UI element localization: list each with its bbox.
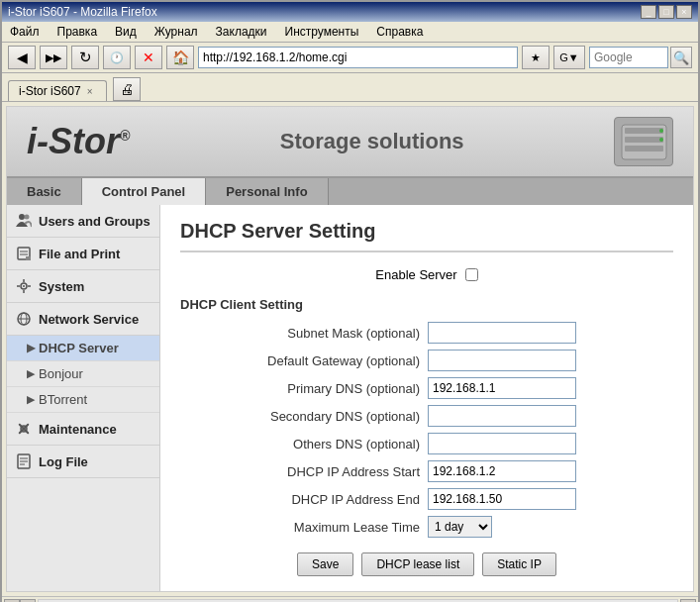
others-dns-label: Others DNS (optional) (180, 437, 428, 452)
secondary-dns-row: Secondary DNS (optional) (180, 405, 673, 427)
browser-window: i-Stor iS607 - Mozilla Firefox _ □ × Фай… (0, 0, 700, 602)
subnet-mask-row: Subnet Mask (optional) (180, 322, 673, 344)
forward-button[interactable]: ▶▶ (40, 46, 67, 69)
network-service-label: Network Service (39, 312, 139, 327)
btorrent-label: BTorrent (39, 392, 87, 407)
bonjour-label: Bonjour (39, 366, 83, 381)
tab-basic[interactable]: Basic (7, 178, 82, 205)
new-tab-button[interactable]: 🖨 (113, 77, 141, 101)
default-gateway-row: Default Gateway (optional) (180, 350, 673, 371)
sidebar-item-btorrent[interactable]: ▶ BTorrent (7, 387, 159, 413)
tab-bar: i-Stor iS607 × 🖨 (2, 73, 698, 102)
minimize-button[interactable]: _ (641, 5, 656, 19)
reload-button[interactable]: ↻ (71, 46, 99, 69)
logo-area: i-Stor® (27, 121, 130, 162)
home-button[interactable]: 🏠 (166, 46, 194, 69)
menu-history[interactable]: Журнал (150, 24, 202, 40)
dhcp-lease-list-button[interactable]: DHCP lease list (361, 552, 474, 576)
rss-button[interactable]: G▼ (553, 46, 585, 69)
svg-point-4 (659, 129, 663, 133)
sidebar-item-log-file[interactable]: Log File (7, 446, 159, 478)
sidebar-item-dhcp-server[interactable]: ▶ DHCP Server (7, 336, 159, 361)
history-button[interactable]: 🕐 (103, 46, 131, 69)
secondary-dns-input[interactable] (428, 405, 576, 427)
logo-main: i-Stor (27, 121, 120, 161)
toolbar: ◀ ▶▶ ↻ 🕐 ✕ 🏠 ★ G▼ 🔍 (2, 43, 698, 73)
menu-tools[interactable]: Инструменты (281, 24, 363, 40)
system-label: System (39, 279, 84, 294)
svg-point-6 (19, 214, 25, 220)
save-button[interactable]: Save (297, 552, 353, 576)
sidebar-item-bonjour[interactable]: ▶ Bonjour (7, 361, 159, 387)
btorrent-arrow-icon: ▶ (27, 393, 35, 406)
maximize-button[interactable]: □ (658, 5, 674, 19)
primary-dns-input[interactable] (428, 377, 576, 399)
nav-tabs: Basic Control Panel Personal Info (7, 178, 693, 205)
subnet-mask-input[interactable] (428, 322, 576, 344)
menu-file[interactable]: Файл (6, 24, 44, 40)
content-area: DHCP Server Setting Enable Server DHCP C… (160, 205, 693, 591)
site-header: i-Stor® Storage solutions (7, 107, 693, 178)
stop-button[interactable]: ✕ (135, 46, 162, 69)
file-print-label: File and Print (39, 247, 120, 261)
users-groups-label: Users and Groups (39, 214, 150, 229)
enable-server-row: Enable Server (180, 267, 673, 282)
tab-label: i-Stor iS607 (19, 84, 81, 98)
log-icon (15, 452, 33, 470)
go-button[interactable]: ★ (522, 46, 550, 69)
browser-title: i-Stor iS607 - Mozilla Firefox (8, 5, 157, 19)
tagline: Storage solutions (280, 129, 464, 154)
dhcp-ip-end-row: DHCP IP Address End (180, 488, 673, 510)
sidebar-item-file-print[interactable]: File and Print (7, 238, 159, 270)
sidebar: Users and Groups File and Print System (7, 205, 160, 591)
users-icon (15, 212, 33, 230)
menu-bookmarks[interactable]: Закладки (212, 24, 271, 40)
dhcp-arrow-icon: ▶ (27, 342, 35, 354)
sidebar-item-system[interactable]: System (7, 270, 159, 303)
search-button[interactable]: 🔍 (670, 47, 692, 68)
menu-help[interactable]: Справка (372, 24, 427, 40)
page-title: DHCP Server Setting (180, 220, 673, 252)
menu-edit[interactable]: Правка (53, 24, 102, 40)
address-input[interactable] (198, 47, 518, 68)
address-bar: ★ G▼ (198, 46, 585, 69)
back-button[interactable]: ◀ (8, 46, 36, 69)
log-file-label: Log File (39, 454, 88, 469)
dhcp-server-label: DHCP Server (39, 341, 119, 355)
lease-time-select[interactable]: 1 day 2 days 3 days 1 week (428, 516, 492, 538)
close-button[interactable]: × (676, 5, 692, 19)
tab-personal-info[interactable]: Personal Info (206, 178, 328, 205)
dhcp-ip-end-input[interactable] (428, 488, 576, 510)
file-icon (15, 245, 33, 262)
enable-server-label: Enable Server (375, 267, 456, 282)
static-ip-button[interactable]: Static IP (482, 552, 556, 576)
primary-dns-row: Primary DNS (optional) (180, 377, 673, 399)
button-row: Save DHCP lease list Static IP (180, 552, 673, 576)
secondary-dns-label: Secondary DNS (optional) (180, 409, 428, 424)
menu-view[interactable]: Вид (111, 24, 141, 40)
sidebar-item-network-service[interactable]: Network Service (7, 303, 159, 336)
network-icon (15, 310, 33, 328)
subnet-mask-label: Subnet Mask (optional) (180, 326, 428, 341)
dhcp-ip-start-input[interactable] (428, 460, 576, 482)
tab-control-panel[interactable]: Control Panel (82, 178, 207, 205)
title-bar: i-Stor iS607 - Mozilla Firefox _ □ × (2, 2, 698, 22)
sidebar-item-maintenance[interactable]: Maintenance (7, 413, 159, 446)
svg-rect-2 (625, 137, 663, 143)
svg-point-7 (25, 215, 30, 220)
svg-point-13 (23, 285, 25, 287)
browser-tab[interactable]: i-Stor iS607 × (8, 80, 107, 101)
default-gateway-label: Default Gateway (optional) (180, 353, 428, 368)
main-layout: Users and Groups File and Print System (7, 205, 693, 591)
svg-rect-11 (26, 256, 31, 260)
primary-dns-label: Primary DNS (optional) (180, 381, 428, 396)
enable-server-checkbox[interactable] (465, 268, 478, 281)
dhcp-form: Subnet Mask (optional) Default Gateway (… (180, 322, 673, 538)
others-dns-row: Others DNS (optional) (180, 433, 673, 454)
tab-close-icon[interactable]: × (87, 86, 93, 97)
search-input[interactable] (589, 47, 668, 68)
others-dns-input[interactable] (428, 433, 576, 454)
sidebar-item-users-groups[interactable]: Users and Groups (7, 205, 159, 238)
svg-rect-1 (625, 128, 663, 134)
default-gateway-input[interactable] (428, 350, 576, 371)
